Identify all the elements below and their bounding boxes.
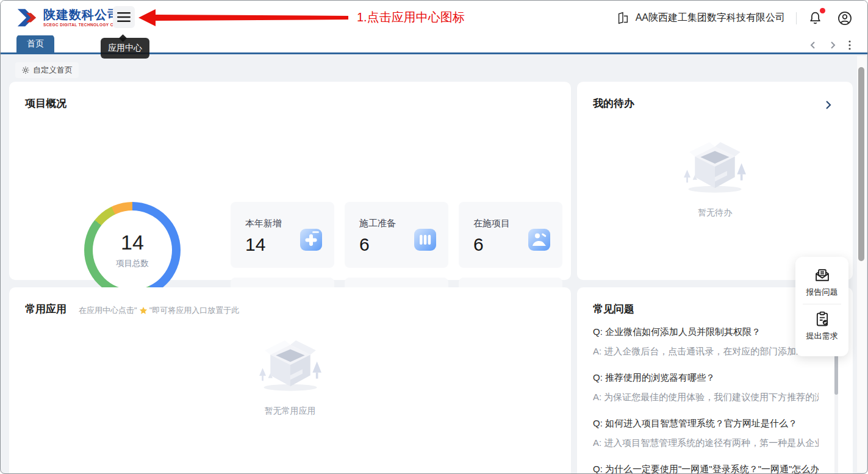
- user-avatar-icon[interactable]: [837, 10, 853, 26]
- notification-bell[interactable]: [808, 10, 823, 26]
- notification-dot: [820, 8, 825, 13]
- mail-icon: [814, 267, 831, 284]
- app-center-tooltip: 应用中心: [101, 38, 149, 59]
- empty-box-illustration: [251, 334, 330, 395]
- breadcrumb[interactable]: 自定义首页: [15, 62, 79, 78]
- faq-item[interactable]: Q: 推荐使用的浏览器有哪些？ A: 为保证您最佳的使用体验，我们建议使用下方推…: [593, 371, 819, 404]
- star-icon: [139, 306, 148, 315]
- floating-actions-divider: [803, 304, 841, 304]
- project-overview-card: 项目概况 14 项目总数 施工准备 在施项目 完工项目 停工项目 退场或解除合同…: [9, 82, 571, 280]
- report-problem-button[interactable]: 报告问题: [795, 267, 848, 298]
- faq-item[interactable]: Q: 如何进入项目智慧管理系统？官方网址是什么？ A: 进入项目智慧管理系统的途…: [593, 417, 819, 450]
- kebab-menu-icon: [848, 40, 852, 51]
- browser-window: 陕建数科公司 SCEGC DIGITAL TECHNOLOGY CO.,LTD.…: [0, 0, 868, 474]
- header-divider: [796, 12, 797, 24]
- tab-scroll-left-button[interactable]: [809, 40, 817, 50]
- common-apps-empty-state: 暂无常用应用: [9, 334, 571, 417]
- tab-scroll-right-button[interactable]: [828, 40, 837, 50]
- stat-card-new-this-year[interactable]: 本年新增 14: [231, 202, 334, 268]
- donut-total-label: 项目总数: [116, 258, 149, 269]
- floating-actions-panel: 报告问题 提出需求: [795, 257, 848, 356]
- todo-empty-text: 暂无待办: [698, 207, 732, 218]
- tab-more-button[interactable]: [848, 40, 852, 51]
- window-scrollbar-thumb[interactable]: [858, 67, 864, 261]
- gear-icon: [21, 66, 30, 74]
- donut-total: 14: [121, 231, 144, 254]
- company-building-icon: [616, 12, 629, 25]
- annotation-arrow-icon: [136, 7, 351, 28]
- app-center-button[interactable]: [113, 6, 135, 28]
- chevron-right-icon: [828, 40, 837, 50]
- project-donut-chart: 14 项目总数: [84, 202, 181, 298]
- document-bars-icon: [411, 225, 440, 254]
- chevron-left-icon: [809, 40, 817, 50]
- header-right: AA陕西建工集团数字科技有限公司: [616, 1, 853, 35]
- window-scrollbar: [857, 56, 866, 472]
- logo-mark: [15, 5, 38, 29]
- clipboard-check-icon: [814, 311, 831, 328]
- faq-title: 常见问题: [593, 302, 634, 316]
- todo-title: 我的待办: [593, 96, 634, 110]
- calculator-plus-icon: [296, 225, 326, 254]
- todo-more-chevron-icon[interactable]: [825, 100, 832, 110]
- app-center-hamburger-icon: [117, 12, 131, 23]
- faq-item[interactable]: Q: 企业微信如何添加人员并限制其权限？ A: 进入企微后台，点击通讯录，在对应…: [593, 325, 819, 358]
- common-apps-empty-text: 暂无常用应用: [265, 406, 316, 417]
- app-header: 陕建数科公司 SCEGC DIGITAL TECHNOLOGY CO.,LTD.…: [1, 1, 867, 35]
- company-switcher[interactable]: AA陕西建工集团数字科技有限公司: [636, 12, 785, 24]
- common-apps-hint: 在应用中心点击" "即可将应用入口放置于此: [79, 305, 239, 316]
- breadcrumb-label: 自定义首页: [33, 65, 73, 76]
- worker-icon: [525, 225, 554, 254]
- tab-controls: [809, 35, 852, 54]
- tab-home[interactable]: 首页: [16, 35, 54, 52]
- stat-card-active-projects[interactable]: 在施项目 6: [459, 202, 562, 268]
- common-apps-title: 常用应用: [25, 302, 66, 316]
- todo-empty-state: 暂无待办: [577, 135, 853, 218]
- faq-item[interactable]: Q: 为什么一定要使用"一网通"登录系统？"一网通"怎么办: [593, 462, 819, 474]
- project-overview-title: 项目概况: [25, 96, 66, 110]
- company-logo: 陕建数科公司 SCEGC DIGITAL TECHNOLOGY CO.,LTD.: [15, 5, 129, 29]
- common-apps-card: 常用应用 在应用中心点击" "即可将应用入口放置于此 暂无常用: [9, 287, 571, 474]
- empty-box-illustration: [675, 135, 755, 196]
- stat-card-construction-prep[interactable]: 施工准备 6: [345, 202, 448, 268]
- annotation-text: 1.点击应用中心图标: [357, 9, 465, 26]
- faq-list: Q: 企业微信如何添加人员并限制其权限？ A: 进入企微后台，点击通讯录，在对应…: [593, 325, 819, 474]
- todo-card: 我的待办 暂无待办: [577, 82, 853, 280]
- submit-request-button[interactable]: 提出需求: [795, 311, 848, 342]
